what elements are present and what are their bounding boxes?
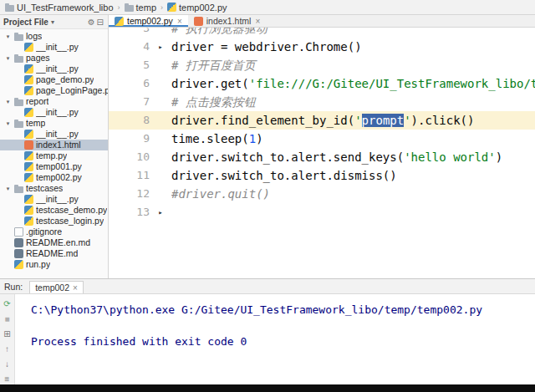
code-text[interactable]: # 打开百度首页 bbox=[171, 56, 535, 74]
line-number: 11 bbox=[109, 166, 150, 185]
ide-window: UI_TestFramework_libo›temp›temp002.py Pr… bbox=[0, 0, 535, 392]
soft-wrap-icon[interactable]: ≡ bbox=[2, 374, 13, 384]
tree-item-logs[interactable]: ▾logs bbox=[0, 31, 108, 42]
code-line-9: 9time.sleep(1) bbox=[109, 130, 535, 148]
tree-item-index1-html[interactable]: index1.html bbox=[0, 140, 108, 150]
rerun-icon[interactable]: ⟳ bbox=[2, 298, 13, 309]
run-tab-label: temp002 bbox=[35, 283, 69, 293]
tree-item-init-py[interactable]: __init__.py bbox=[0, 42, 108, 53]
chevron-down-icon[interactable]: ▾ bbox=[51, 18, 54, 26]
file-icon bbox=[24, 64, 33, 74]
line-number: 6 bbox=[109, 74, 150, 93]
run-console[interactable]: C:\Python37\python.exe G:/Gitee/UI_TestF… bbox=[15, 294, 535, 384]
chevron-down-icon[interactable]: ▾ bbox=[4, 96, 12, 107]
tree-item-label: index1.html bbox=[36, 140, 81, 150]
code-text[interactable]: driver.find_element_by_id('prompt').clic… bbox=[171, 111, 535, 130]
tree-item-testcase-login-py[interactable]: testcase_login.py bbox=[0, 216, 108, 227]
code-line-4: 4▸driver = webdriver.Chrome() bbox=[109, 38, 535, 56]
code-text[interactable]: driver.switch_to.alert.dismiss() bbox=[171, 166, 535, 185]
folder-icon bbox=[125, 5, 134, 12]
chevron-down-icon[interactable]: ▾ bbox=[4, 118, 12, 129]
code-text[interactable]: driver = webdriver.Chrome() bbox=[171, 38, 535, 56]
file-icon bbox=[24, 195, 33, 204]
up-stack-icon[interactable]: ↑ bbox=[2, 344, 13, 354]
tab-label: temp002.py bbox=[127, 16, 173, 26]
tree-item-page-demo-py[interactable]: page_demo.py bbox=[0, 74, 108, 85]
fold-icon[interactable]: ▸ bbox=[150, 38, 171, 56]
tree-item-label: temp bbox=[26, 118, 45, 129]
tree-item-pages[interactable]: ▾pages bbox=[0, 53, 108, 64]
tree-item-temp002-py[interactable]: temp002.py bbox=[0, 172, 108, 183]
tree-item-label: report bbox=[26, 96, 48, 107]
close-icon[interactable]: × bbox=[177, 17, 182, 26]
tree-item-run-py[interactable]: run.py bbox=[0, 259, 108, 270]
stop-icon[interactable]: ■ bbox=[2, 313, 13, 324]
tree-item-temp[interactable]: ▾temp bbox=[0, 118, 108, 129]
code-text[interactable] bbox=[171, 203, 535, 221]
line-number: 9 bbox=[109, 130, 150, 148]
close-icon[interactable]: × bbox=[73, 283, 78, 293]
tree-item-init-py[interactable]: __init__.py bbox=[0, 107, 108, 118]
code-line-13: 13▸ bbox=[109, 203, 535, 221]
tree-item-readme-en-md[interactable]: README.en.md bbox=[0, 237, 108, 248]
settings-icon[interactable]: ⚙ bbox=[87, 18, 96, 27]
fold-spacer bbox=[150, 185, 171, 203]
close-icon[interactable]: × bbox=[255, 17, 260, 26]
chevron-down-icon[interactable]: ▾ bbox=[4, 53, 12, 64]
line-number: 3 bbox=[109, 28, 150, 38]
folder-icon bbox=[14, 56, 23, 63]
tree-item-page-loginpage-py[interactable]: page_LoginPage.py bbox=[0, 85, 108, 96]
code-segment: time.sleep( bbox=[171, 132, 249, 145]
tree-item-gitignore[interactable]: .gitignore bbox=[0, 227, 108, 237]
down-stack-icon[interactable]: ↓ bbox=[2, 359, 13, 369]
tree-item-label: testcases bbox=[26, 183, 63, 194]
code-area[interactable]: 3# 执行浏览器驱动4▸driver = webdriver.Chrome()5… bbox=[109, 28, 535, 278]
code-line-8: 8driver.find_element_by_id('prompt').cli… bbox=[109, 111, 535, 130]
code-text[interactable]: driver.get('file:///G:/Gitee/UI_TestFram… bbox=[171, 74, 535, 93]
breadcrumb-item-temp002-py[interactable]: temp002.py bbox=[167, 3, 227, 13]
tree-item-temp-py[interactable]: temp.py bbox=[0, 150, 108, 161]
run-tab[interactable]: temp002 × bbox=[29, 281, 84, 293]
breadcrumb-item-ui-testframework-libo[interactable]: UI_TestFramework_libo bbox=[5, 3, 114, 13]
tree-item-testcase-demo-py[interactable]: testcase_demo.py bbox=[0, 205, 108, 216]
tab-index1-html[interactable]: index1.html× bbox=[188, 15, 267, 27]
tab-label: index1.html bbox=[206, 16, 252, 26]
tree-item-init-py[interactable]: __init__.py bbox=[0, 64, 108, 74]
breadcrumb-item-temp[interactable]: temp bbox=[125, 3, 156, 13]
code-line-12: 12#driver.quit() bbox=[109, 185, 535, 203]
tree-item-readme-md[interactable]: README.md bbox=[0, 248, 108, 259]
folder-icon bbox=[14, 99, 23, 106]
file-icon bbox=[24, 140, 33, 150]
code-text[interactable]: # 执行浏览器驱动 bbox=[171, 28, 535, 38]
tree-item-init-py[interactable]: __init__.py bbox=[0, 129, 108, 140]
tree-item-label: run.py bbox=[26, 259, 50, 270]
code-text[interactable]: # 点击搜索按钮 bbox=[171, 93, 535, 111]
code-text[interactable]: #driver.quit() bbox=[171, 185, 535, 203]
restore-layout-icon[interactable]: ⊞ bbox=[2, 328, 13, 339]
line-number: 8 bbox=[109, 111, 150, 130]
editor-tab-bar: temp002.py×index1.html× bbox=[109, 15, 535, 28]
tab-temp002-py[interactable]: temp002.py× bbox=[109, 15, 188, 27]
fold-icon[interactable]: ▸ bbox=[150, 203, 171, 221]
chevron-down-icon[interactable]: ▾ bbox=[4, 31, 12, 42]
chevron-down-icon[interactable]: ▾ bbox=[4, 183, 12, 194]
code-segment: driver.switch_to.alert.send_keys( bbox=[171, 150, 404, 164]
code-text[interactable]: driver.switch_to.alert.send_keys('hello … bbox=[171, 148, 535, 166]
code-text[interactable]: time.sleep(1) bbox=[171, 130, 535, 148]
code-segment: driver.find_element_by_id( bbox=[171, 114, 354, 127]
tree-item-report[interactable]: ▾report bbox=[0, 96, 108, 107]
project-header-icons: ⚙⊟ bbox=[87, 18, 104, 27]
code-segment: driver.switch_to.alert.dismiss() bbox=[171, 169, 397, 182]
console-line: C:\Python37\python.exe G:/Gitee/UI_TestF… bbox=[31, 302, 535, 318]
tree-item-temp001-py[interactable]: temp001.py bbox=[0, 161, 108, 172]
code-line-6: 6driver.get('file:///G:/Gitee/UI_TestFra… bbox=[109, 74, 535, 93]
tree-item-label: README.en.md bbox=[26, 237, 90, 248]
code-segment: ) bbox=[256, 132, 262, 145]
fold-spacer bbox=[150, 166, 171, 185]
fold-spacer bbox=[150, 74, 171, 93]
tree-item-testcases[interactable]: ▾testcases bbox=[0, 183, 108, 194]
collapse-all-icon[interactable]: ⊟ bbox=[96, 18, 104, 27]
tree-item-init-py[interactable]: __init__.py bbox=[0, 194, 108, 205]
fold-spacer bbox=[150, 111, 171, 130]
gutter: 5 bbox=[109, 56, 171, 74]
